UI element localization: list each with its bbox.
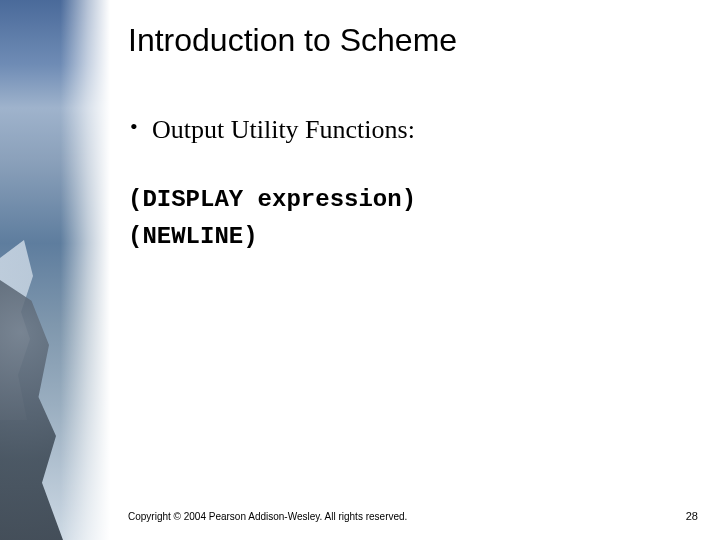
content-area: Introduction to Scheme Output Utility Fu… — [128, 22, 690, 255]
page-number: 28 — [686, 510, 698, 522]
slide-title: Introduction to Scheme — [128, 22, 690, 59]
bullet-item: Output Utility Functions: — [152, 113, 690, 147]
mountain-rock — [0, 280, 70, 540]
code-line-1: (DISPLAY expression) — [128, 181, 690, 218]
code-block: (DISPLAY expression) (NEWLINE) — [128, 181, 690, 255]
sidebar-image — [0, 0, 110, 540]
slide: Introduction to Scheme Output Utility Fu… — [0, 0, 720, 540]
copyright-footer: Copyright © 2004 Pearson Addison-Wesley.… — [128, 511, 407, 522]
code-line-2: (NEWLINE) — [128, 218, 690, 255]
bullet-list: Output Utility Functions: — [128, 113, 690, 147]
